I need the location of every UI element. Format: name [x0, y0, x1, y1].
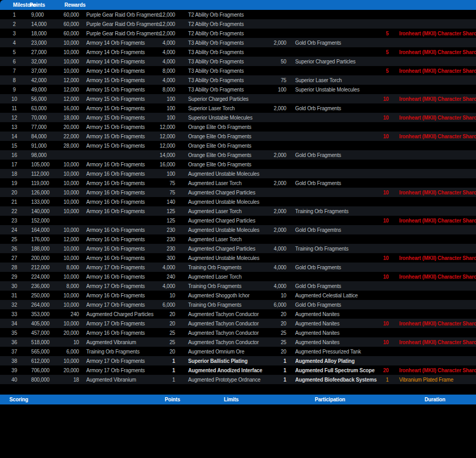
reward-qty-cell: 20,000: [56, 122, 81, 132]
reward-name-cell: [391, 103, 476, 113]
reward-qty-cell: 50: [266, 57, 292, 66]
reward-name-cell: Ironheart (MKII) Character Shards: [391, 337, 476, 347]
reward-name-cell: Augmented Tachyon Conductor: [181, 309, 266, 319]
milestone-cell: 35: [0, 328, 29, 337]
reward-name-cell: Gold Orb Fragments: [292, 281, 365, 291]
reward-qty-cell: 25: [152, 337, 181, 347]
reward-qty-cell: [266, 47, 292, 57]
milestone-cell: 39: [0, 365, 29, 375]
reward-qty-cell: [365, 281, 391, 291]
reward-qty-cell: [266, 141, 292, 150]
reward-name-cell: Armory 16 Orb Fragments: [81, 197, 152, 206]
reward-qty-cell: 12,000: [152, 141, 181, 150]
reward-name-cell: [391, 281, 476, 291]
reward-name-cell: Purple Gear Raid Orb Fragments: [81, 19, 152, 29]
points-cell: 353,000: [29, 309, 56, 319]
reward-qty-cell: 4,000: [152, 281, 181, 291]
milestone-cell: 1: [0, 10, 29, 19]
reward-name-cell: [391, 244, 476, 253]
milestone-cell: 15: [0, 141, 29, 150]
reward-qty-cell: 6,000: [56, 347, 81, 356]
reward-name-cell: [391, 300, 476, 309]
reward-qty-cell: 16,000: [56, 103, 81, 113]
points-cell: 133,000: [29, 197, 56, 206]
reward-qty-cell: 10,000: [56, 253, 81, 263]
reward-name-cell: Armory 16 Orb Fragments: [81, 272, 152, 281]
milestone-row: 19119,00010,000Armory 16 Orb Fragments75…: [0, 178, 476, 188]
milestone-row: 26188,00010,000Armory 16 Orb Fragments23…: [0, 244, 476, 253]
reward-name-cell: [391, 197, 476, 206]
milestone-row: 40800,00018Augmented Vibranium1Augmented…: [0, 375, 476, 384]
reward-name-cell: Armory 17 Orb Fragments: [81, 319, 152, 328]
reward-name-cell: [292, 94, 365, 103]
reward-name-cell: Training Orb Fragments: [181, 281, 266, 291]
reward-qty-cell: 8,000: [152, 85, 181, 94]
milestone-cell: 5: [0, 47, 29, 57]
reward-qty-cell: [266, 216, 292, 225]
reward-name-cell: Ironheart (MKII) Character Shards: [391, 113, 476, 122]
reward-name-cell: Superior Charged Particles: [181, 94, 266, 103]
milestone-cell: 33: [0, 309, 29, 319]
reward-qty-cell: 4,000: [152, 75, 181, 85]
reward-name-cell: Augmented Omnium Ore: [181, 347, 266, 356]
reward-name-cell: Augmented Shoggoth Ichor: [181, 291, 266, 300]
reward-name-cell: Superior Unstable Molecules: [292, 85, 365, 94]
reward-name-cell: Superior Ballistic Plating: [181, 356, 266, 365]
points-cell: 27,000: [29, 47, 56, 57]
reward-name-cell: Training Orb Fragments: [181, 300, 266, 309]
reward-name-cell: Augmented Alloy Plating: [292, 356, 365, 365]
reward-qty-cell: 16,000: [152, 160, 181, 169]
reward-name-cell: [391, 160, 476, 169]
reward-qty-cell: [266, 132, 292, 141]
reward-name-cell: [391, 263, 476, 272]
milestone-row: 34405,00010,000Armory 17 Orb Fragments20…: [0, 319, 476, 328]
milestone-row: 27200,00010,000Armory 16 Orb Fragments30…: [0, 253, 476, 263]
reward-name-cell: T2 Ability Orb Fragments: [181, 29, 266, 38]
reward-qty-cell: [365, 19, 391, 29]
milestone-row: 38612,00010,000Armory 17 Orb Fragments1S…: [0, 356, 476, 365]
reward-name-cell: Gold Orb Fragemtns: [292, 225, 365, 234]
milestone-row: 214,00060,000Purple Gear Raid Orb Fragme…: [0, 19, 476, 29]
reward-name-cell: Augmented Unstable Molecules: [181, 253, 266, 263]
reward-name-cell: Armory 17 Orb Fragments: [81, 281, 152, 291]
points-cell: 84,000: [29, 132, 56, 141]
points-cell: 800,000: [29, 375, 56, 384]
reward-name-cell: Orange Elite Orb Fragments: [181, 150, 266, 160]
milestone-row: 35457,00020,000Armory 16 Orb Fragments25…: [0, 328, 476, 337]
milestone-row: 24164,00010,000Armory 16 Orb Fragments23…: [0, 225, 476, 234]
milestone-cell: 6: [0, 57, 29, 66]
reward-name-cell: [292, 132, 365, 141]
reward-name-cell: Gold Orb Fragments: [292, 150, 365, 160]
reward-qty-cell: 100: [152, 169, 181, 178]
reward-name-cell: [292, 169, 365, 178]
reward-qty-cell: 28,000: [56, 141, 81, 150]
reward-qty-cell: 10: [365, 216, 391, 225]
milestone-row: 18112,00010,000Armory 16 Orb Fragments10…: [0, 169, 476, 178]
reward-qty-cell: 1: [152, 375, 181, 384]
reward-name-cell: [391, 85, 476, 94]
reward-qty-cell: 4,000: [152, 47, 181, 57]
milestone-row: 632,00010,000Armory 14 Orb Fragments4,00…: [0, 57, 476, 66]
points-cell: 18,000: [29, 29, 56, 38]
points-cell: 23,000: [29, 38, 56, 47]
reward-name-cell: Orange Elite Orb Fragments: [181, 160, 266, 169]
reward-qty-cell: [365, 122, 391, 132]
reward-name-cell: Armory 15 Orb Fragments: [81, 132, 152, 141]
reward-name-cell: Augmented Tachyon Conductor: [181, 319, 266, 328]
reward-name-cell: Ironheart (MKII) Character Shards: [391, 272, 476, 281]
milestone-row: 21133,00010,000Armory 16 Orb Fragments14…: [0, 197, 476, 206]
reward-name-cell: Purple Gear Raid Orb Fragments: [81, 10, 152, 19]
reward-name-cell: T3 Ability Orb Fragments: [181, 47, 266, 57]
reward-qty-cell: 10,000: [56, 66, 81, 75]
milestone-cell: 34: [0, 319, 29, 328]
reward-qty-cell: 4,000: [266, 281, 292, 291]
reward-name-cell: Augmented Unstable Molecules: [181, 197, 266, 206]
reward-name-cell: T3 Ability Orb Fragments: [181, 38, 266, 47]
reward-qty-cell: 4,000: [152, 57, 181, 66]
reward-name-cell: Training Orb Fragments: [292, 206, 365, 216]
milestone-cell: 3: [0, 29, 29, 38]
reward-name-cell: Superior Unstable Molecules: [181, 113, 266, 122]
reward-qty-cell: [365, 38, 391, 47]
milestone-cell: 22: [0, 206, 29, 216]
points-column-header: Points: [29, 0, 56, 10]
